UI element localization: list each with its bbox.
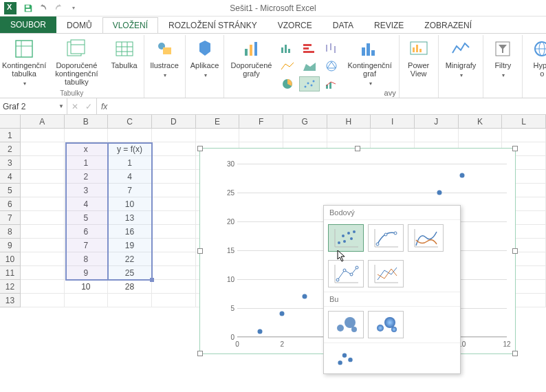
- radar-chart-button[interactable]: [321, 58, 342, 74]
- cell[interactable]: [152, 129, 196, 142]
- recommended-pivot-button[interactable]: Doporučené kontingenční tabulky: [47, 36, 106, 87]
- cell[interactable]: [21, 252, 65, 266]
- resize-handle[interactable]: [512, 248, 518, 254]
- cell[interactable]: [108, 294, 152, 307]
- col-header[interactable]: A: [21, 115, 65, 129]
- row-header[interactable]: 13: [0, 294, 21, 307]
- filters-button[interactable]: Filtry: [488, 36, 518, 80]
- cell[interactable]: [502, 129, 546, 142]
- cell[interactable]: [21, 197, 65, 211]
- select-all-button[interactable]: [0, 115, 21, 129]
- cell[interactable]: 22: [108, 252, 152, 266]
- save-button[interactable]: [21, 1, 35, 15]
- resize-handle[interactable]: [512, 146, 518, 151]
- cell[interactable]: [65, 129, 109, 142]
- line-chart-button[interactable]: [277, 58, 298, 74]
- recommended-charts-button[interactable]: Doporučené grafy: [228, 36, 275, 79]
- cell[interactable]: 16: [108, 225, 152, 239]
- tab-file[interactable]: SOUBOR: [0, 16, 56, 33]
- tab-view[interactable]: ZOBRAZENÍ: [414, 17, 482, 33]
- cell[interactable]: [21, 129, 65, 142]
- illustrations-button[interactable]: Ilustrace: [149, 36, 181, 80]
- cell[interactable]: [152, 266, 196, 280]
- data-point[interactable]: [257, 329, 262, 334]
- tab-home[interactable]: DOMŮ: [56, 17, 102, 33]
- col-header[interactable]: K: [459, 115, 503, 129]
- pivot-chart-button[interactable]: Kontingenční graf: [345, 36, 394, 89]
- row-header[interactable]: 8: [0, 225, 21, 239]
- cell[interactable]: [152, 294, 196, 307]
- col-header[interactable]: C: [108, 115, 152, 129]
- cell[interactable]: [152, 170, 196, 184]
- cell[interactable]: [21, 184, 65, 197]
- tab-insert[interactable]: VLOŽENÍ: [102, 17, 158, 33]
- cell[interactable]: [371, 129, 415, 142]
- col-header[interactable]: J: [415, 115, 459, 129]
- cell[interactable]: 1: [108, 156, 152, 170]
- cell[interactable]: [21, 294, 65, 307]
- cell[interactable]: [152, 225, 196, 239]
- more-scatter-charts[interactable]: [324, 342, 460, 373]
- cell[interactable]: [239, 129, 283, 142]
- cell[interactable]: 3: [65, 184, 109, 197]
- col-header[interactable]: E: [196, 115, 240, 129]
- cell[interactable]: 4: [108, 170, 152, 184]
- cell[interactable]: 7: [108, 184, 152, 197]
- cell[interactable]: [152, 211, 196, 225]
- resize-handle[interactable]: [197, 248, 203, 254]
- cell[interactable]: 1: [65, 156, 109, 170]
- cell[interactable]: 2: [65, 170, 109, 184]
- row-header[interactable]: 12: [0, 280, 21, 294]
- cell[interactable]: x: [65, 142, 109, 156]
- data-point[interactable]: [459, 173, 464, 177]
- cell[interactable]: [415, 129, 459, 142]
- bubble-3d-option[interactable]: [368, 311, 404, 338]
- name-box[interactable]: Graf 2 ▼: [0, 98, 67, 114]
- cell[interactable]: 5: [65, 211, 109, 225]
- scatter-markers-option[interactable]: [328, 224, 364, 252]
- cell[interactable]: [196, 129, 240, 142]
- scatter-smooth-option[interactable]: [408, 224, 444, 252]
- row-header[interactable]: 11: [0, 266, 21, 280]
- col-header[interactable]: I: [371, 115, 415, 129]
- sparklines-button[interactable]: Minigrafy: [443, 36, 479, 80]
- tab-page-layout[interactable]: ROZLOŽENÍ STRÁNKY: [158, 17, 267, 33]
- cell[interactable]: [152, 142, 196, 156]
- cell[interactable]: [152, 280, 196, 294]
- col-header[interactable]: G: [283, 115, 327, 129]
- area-chart-button[interactable]: [299, 58, 320, 74]
- row-header[interactable]: 2: [0, 142, 21, 156]
- cell[interactable]: [21, 211, 65, 225]
- redo-button[interactable]: [52, 1, 65, 15]
- cell[interactable]: 19: [108, 239, 152, 252]
- cell[interactable]: [108, 129, 152, 142]
- cell[interactable]: [152, 197, 196, 211]
- row-header[interactable]: 5: [0, 184, 21, 197]
- resize-handle[interactable]: [355, 146, 360, 151]
- bubble-chart-option[interactable]: [328, 311, 364, 338]
- tab-data[interactable]: DATA: [323, 17, 364, 33]
- cell[interactable]: [21, 225, 65, 239]
- cell[interactable]: 10: [65, 280, 109, 294]
- scatter-lines-markers-option[interactable]: [328, 260, 364, 287]
- data-point[interactable]: [280, 312, 285, 316]
- col-header[interactable]: D: [152, 115, 196, 129]
- row-header[interactable]: 7: [0, 211, 21, 225]
- bar-chart-button[interactable]: [299, 41, 320, 56]
- cell[interactable]: [21, 239, 65, 252]
- cell[interactable]: [21, 170, 65, 184]
- cell[interactable]: 25: [108, 266, 152, 280]
- cell[interactable]: y = f(x): [108, 142, 152, 156]
- col-header[interactable]: B: [65, 115, 109, 129]
- row-header[interactable]: 9: [0, 239, 21, 252]
- cell[interactable]: 28: [108, 280, 152, 294]
- undo-button[interactable]: [36, 1, 50, 15]
- cell[interactable]: [152, 239, 196, 252]
- data-point[interactable]: [437, 190, 442, 195]
- qat-customize[interactable]: ▾: [67, 1, 80, 15]
- col-header[interactable]: L: [502, 115, 546, 129]
- row-header[interactable]: 6: [0, 197, 21, 211]
- cell[interactable]: [65, 294, 109, 307]
- scatter-lines-option[interactable]: [368, 260, 404, 287]
- hyperlink-button[interactable]: Hype o: [527, 36, 546, 79]
